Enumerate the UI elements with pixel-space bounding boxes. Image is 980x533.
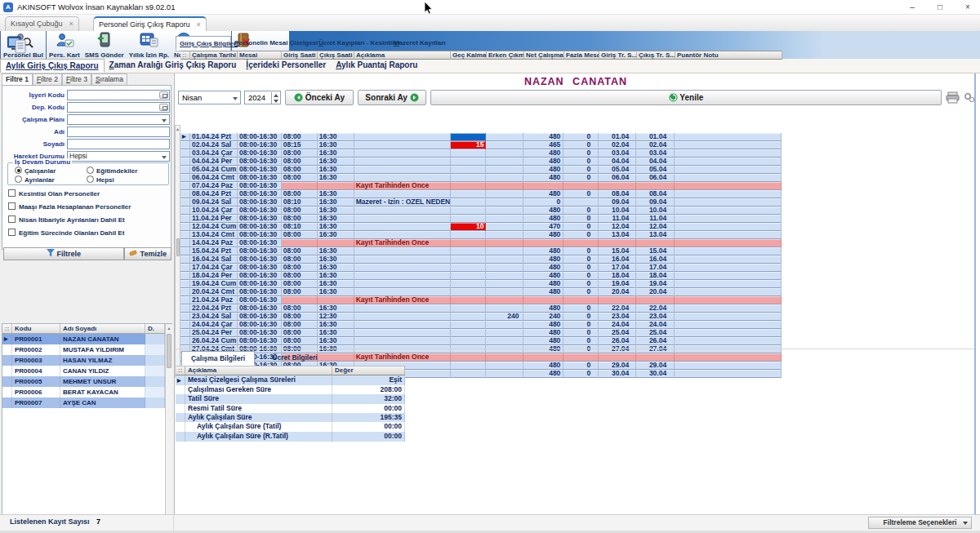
next-month-button[interactable]: Sonraki Ay	[358, 90, 426, 105]
work-cell-out_tr[interactable]: 19.04	[636, 280, 675, 288]
work-cell-overtime[interactable]	[564, 239, 599, 247]
work-cell-overtime[interactable]: 0	[564, 174, 599, 182]
work-cell-late[interactable]	[451, 264, 487, 272]
work-cell-date[interactable]: 16.04.24 Sal	[190, 255, 238, 264]
work-cell-early[interactable]	[486, 149, 523, 158]
work-cell-net[interactable]: 480	[523, 362, 564, 370]
work-cell-in_tr[interactable]: 27.04	[599, 345, 636, 353]
work-cell-late[interactable]	[451, 207, 487, 215]
work-cell-out[interactable]: 16:30	[318, 304, 354, 313]
work-cell-note[interactable]	[354, 304, 451, 313]
employee-cell-code[interactable]: PR00001	[12, 334, 60, 344]
work-cell-overtime[interactable]: 0	[564, 370, 599, 378]
work-cell-out_tr[interactable]: 12.04	[636, 223, 675, 231]
work-row-sunday[interactable]: 14.04.24 Paz08:00-16:30Kayıt Tarihinden …	[180, 239, 782, 247]
work-cell-ind[interactable]	[180, 158, 190, 166]
work-row[interactable]: 16.04.24 Sal08:00-16:3008:0016:30480016.…	[180, 255, 782, 264]
work-cell-mesai[interactable]: 08:00-16:30	[238, 190, 282, 198]
work-cell-ind[interactable]	[180, 223, 190, 231]
work-cell-overtime[interactable]: 0	[564, 158, 599, 166]
work-cell-in[interactable]: 08:00	[282, 247, 318, 255]
filter-options-button[interactable]: Filtreleme Seçenekleri	[868, 517, 972, 529]
work-cell-in_tr[interactable]	[599, 239, 636, 247]
work-cell-puantor[interactable]	[675, 231, 782, 239]
work-row[interactable]: 25.04.24 Per08:00-16:3008:0016:30480025.…	[180, 329, 782, 337]
work-cell-overtime[interactable]: 0	[564, 133, 599, 141]
report-tab-1[interactable]: Aylık Giriş Çıkış Raporu	[0, 59, 105, 73]
work-cell-note[interactable]	[354, 141, 451, 149]
work-cell-overtime[interactable]: 0	[564, 280, 599, 288]
work-cell-late[interactable]	[451, 231, 487, 239]
work-cell-puantor[interactable]	[675, 313, 782, 321]
work-cell-note[interactable]	[354, 337, 451, 345]
work-cell-out[interactable]	[318, 239, 354, 247]
work-cell-out_tr[interactable]: 10.04	[636, 207, 675, 215]
employee-row[interactable]: PR00007AYŞE CAN	[2, 398, 165, 408]
work-row[interactable]: 05.04.24 Cum08:00-16:3008:0016:30480005.…	[180, 166, 782, 174]
work-cell-mesai[interactable]: 08:00-16:30	[238, 174, 282, 182]
work-cell-in_tr[interactable]: 06.04	[599, 174, 636, 182]
work-cell-net[interactable]: 480	[523, 166, 564, 174]
work-cell-late[interactable]	[451, 247, 487, 255]
employee-cell-name[interactable]: BERAT KAYACAN	[60, 387, 145, 398]
work-cell-in[interactable]: 08:00	[282, 304, 318, 313]
work-cell-mesai[interactable]: 08:00-16:30	[238, 313, 282, 321]
work-cell-puantor[interactable]	[675, 288, 782, 296]
employee-cell-code[interactable]: PR00003	[12, 355, 60, 366]
toolbar-button-person-card[interactable]: Pers. Kart	[47, 31, 82, 59]
work-cell-early[interactable]	[486, 321, 523, 329]
work-cell-early[interactable]	[486, 198, 523, 207]
work-cell-out_tr[interactable]	[636, 239, 675, 247]
employee-cell-dtari[interactable]	[145, 355, 165, 366]
work-cell-puantor[interactable]	[675, 149, 782, 158]
employee-cell-dtari[interactable]	[145, 398, 165, 408]
summary-tab-2[interactable]: Ücret Bilgileri	[255, 351, 335, 366]
employee-cell-dtari[interactable]	[145, 366, 165, 376]
employee-cell-name[interactable]: HASAN YILMAZ	[60, 355, 145, 366]
work-cell-in_tr[interactable]: 26.04	[599, 337, 636, 345]
work-cell-out[interactable]: 16:30	[318, 337, 354, 345]
work-cell-overtime[interactable]: 0	[564, 223, 599, 231]
work-cell-puantor[interactable]	[675, 215, 782, 223]
work-cell-in[interactable]: 08:10	[282, 223, 318, 231]
work-cell-mesai[interactable]: 08:00-16:30	[238, 337, 282, 345]
work-cell-early[interactable]	[486, 166, 523, 174]
work-row[interactable]: 10.04.24 Çar08:00-16:3008:0016:30480010.…	[180, 207, 782, 215]
work-cell-out[interactable]: 16:30	[318, 158, 354, 166]
work-cell-net[interactable]: 480	[523, 190, 564, 198]
work-cell-date[interactable]: 15.04.24 Pzt	[190, 247, 238, 255]
work-cell-net[interactable]: 470	[523, 223, 564, 231]
work-cell-net[interactable]: 480	[523, 231, 564, 239]
work-cell-late[interactable]	[451, 239, 487, 247]
work-cell-in_tr[interactable]: 29.04	[599, 362, 636, 370]
work-cell-in_tr[interactable]: 08.04	[599, 190, 636, 198]
summary-row[interactable]: Tatil Süre32:00	[176, 394, 405, 403]
field-1-input[interactable]	[67, 90, 170, 100]
employee-cell-indicator[interactable]	[2, 387, 12, 398]
work-cell-late[interactable]	[451, 133, 487, 141]
work-cell-out[interactable]: 16:30	[318, 272, 354, 280]
work-cell-in[interactable]: 08:00	[282, 329, 318, 337]
work-cell-date[interactable]: 20.04.24 Cmt	[190, 288, 238, 296]
work-cell-out_tr[interactable]: 22.04	[636, 304, 675, 313]
work-cell-note[interactable]	[354, 329, 451, 337]
employee-cell-name[interactable]: AYŞE CAN	[60, 398, 145, 408]
work-cell-puantor[interactable]	[675, 321, 782, 329]
filter-button[interactable]: Filtrele	[3, 247, 124, 260]
work-cell-net[interactable]: 480	[523, 272, 564, 280]
work-cell-date[interactable]: 06.04.24 Cmt	[190, 174, 238, 182]
work-col-header-indicator[interactable]: ::	[180, 51, 190, 60]
work-cell-net[interactable]: 480	[523, 207, 564, 215]
work-cell-puantor[interactable]	[675, 166, 782, 174]
work-cell-net[interactable]	[523, 239, 564, 247]
work-cell-date[interactable]: 25.04.24 Per	[190, 329, 238, 337]
work-cell-note[interactable]: Mazeret - İzin : ÖZEL NEDEN	[354, 198, 451, 207]
work-cell-early[interactable]	[486, 280, 523, 288]
work-cell-date[interactable]: 03.04.24 Çar	[190, 149, 238, 158]
work-cell-late[interactable]	[451, 158, 487, 166]
work-cell-early[interactable]	[486, 288, 523, 296]
lookup-button[interactable]	[159, 91, 168, 99]
work-cell-overtime[interactable]: 0	[564, 215, 599, 223]
work-cell-puantor[interactable]	[675, 133, 782, 141]
work-cell-in_tr[interactable]: 16.04	[599, 255, 636, 264]
